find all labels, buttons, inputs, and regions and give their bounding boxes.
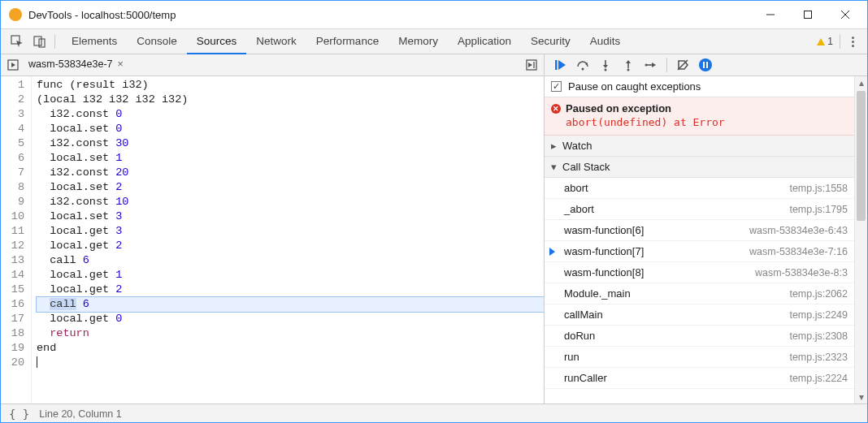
stack-frame[interactable]: wasm-function[6]wasm-53834e3e-6:43	[545, 220, 854, 241]
devtools-app-icon	[9, 8, 22, 21]
code-line[interactable]: local.set 1	[37, 151, 544, 166]
stack-frame-function: wasm-function[7]	[564, 245, 644, 257]
svg-rect-1	[805, 11, 812, 19]
panel-tab-audits[interactable]: Audits	[580, 28, 631, 54]
svg-rect-12	[555, 60, 558, 70]
resume-button[interactable]	[549, 55, 571, 75]
svg-marker-20	[626, 60, 631, 63]
exception-title: Paused on exception	[566, 102, 671, 114]
run-snippet-icon[interactable]	[523, 56, 540, 74]
deactivate-breakpoints-button[interactable]	[672, 55, 693, 75]
show-navigator-icon[interactable]	[4, 56, 22, 74]
code-line[interactable]: local.get 1	[37, 268, 544, 283]
stack-frame-location: temp.js:2323	[789, 352, 848, 363]
code-line[interactable]	[37, 356, 544, 370]
panel-tab-application[interactable]: Application	[448, 28, 521, 54]
code-line[interactable]: local.get 2	[37, 283, 544, 297]
stack-frame[interactable]: runCallertemp.js:2224	[545, 368, 854, 389]
code-line[interactable]: end	[37, 341, 544, 356]
devtools-main-toolbar: ElementsConsoleSourcesNetworkPerformance…	[1, 28, 867, 54]
step-out-button[interactable]	[618, 55, 639, 75]
scroll-up-icon[interactable]: ▴	[855, 76, 867, 89]
stack-frame-location: temp.js:2062	[789, 288, 848, 300]
window-minimize-button[interactable]	[752, 2, 789, 27]
code-line[interactable]: call 6	[37, 297, 544, 312]
file-tab-strip: wasm-53834e3e-7 ×	[1, 54, 544, 76]
pause-on-caught-label: Pause on caught exceptions	[568, 80, 701, 93]
callstack-section-header[interactable]: ▾ Call Stack	[545, 157, 854, 178]
step-into-button[interactable]	[595, 55, 616, 75]
code-line[interactable]: i32.const 0	[37, 107, 544, 122]
code-area[interactable]: func (result i32)(local i32 i32 i32 i32)…	[32, 76, 544, 404]
scrollbar-thumb[interactable]	[857, 91, 866, 221]
error-icon: ✕	[551, 104, 561, 114]
window-close-button[interactable]	[827, 2, 864, 27]
inspect-element-icon[interactable]	[6, 30, 28, 53]
pause-on-caught-row[interactable]: Pause on caught exceptions	[545, 76, 854, 97]
panel-tab-performance[interactable]: Performance	[306, 28, 388, 54]
code-editor[interactable]: 1234567891011121314151617181920 func (re…	[1, 76, 544, 404]
panel-tab-security[interactable]: Security	[521, 28, 580, 54]
toolbar-divider	[54, 34, 55, 49]
code-line[interactable]: local.get 3	[37, 224, 544, 239]
status-bar: { } Line 20, Column 1	[1, 404, 867, 423]
watch-section-header[interactable]: ▸ Watch	[545, 136, 854, 157]
code-line[interactable]: i32.const 20	[37, 166, 544, 180]
svg-marker-8	[11, 63, 15, 67]
panel-tab-console[interactable]: Console	[127, 28, 187, 54]
panel-tab-memory[interactable]: Memory	[388, 28, 448, 54]
svg-point-21	[627, 69, 630, 71]
panel-tabs: ElementsConsoleSourcesNetworkPerformance…	[62, 28, 817, 54]
stack-frame[interactable]: Module._maintemp.js:2062	[545, 283, 854, 304]
stack-frame-location: wasm-53834e3e-8:3	[755, 267, 848, 278]
code-line[interactable]: local.set 2	[37, 180, 544, 195]
code-line[interactable]: return	[37, 326, 544, 341]
code-line[interactable]: local.get 2	[37, 239, 544, 253]
stack-frame-function: wasm-function[6]	[564, 224, 644, 236]
sidebar-scrollbar[interactable]: ▴ ▾	[854, 76, 867, 404]
stack-frame[interactable]: aborttemp.js:1558	[545, 178, 854, 199]
checkbox-checked-icon[interactable]	[551, 81, 562, 92]
code-line[interactable]: local.set 0	[37, 122, 544, 136]
paused-exception-banner: ✕ Paused on exception abort(undefined) a…	[545, 97, 854, 136]
code-line[interactable]: local.get 0	[37, 312, 544, 326]
file-tab-name: wasm-53834e3e-7	[28, 58, 113, 70]
stack-frame[interactable]: doRuntemp.js:2308	[545, 326, 854, 347]
stack-frame[interactable]: runtemp.js:2323	[545, 347, 854, 368]
svg-marker-23	[652, 63, 656, 67]
code-line[interactable]: i32.const 30	[37, 136, 544, 151]
window-maximize-button[interactable]	[789, 2, 827, 27]
pretty-print-icon[interactable]: { }	[9, 408, 29, 421]
svg-point-18	[605, 69, 607, 71]
stack-frame[interactable]: wasm-function[8]wasm-53834e3e-8:3	[545, 262, 854, 283]
stack-frame-location: temp.js:2308	[789, 330, 848, 342]
code-line[interactable]: i32.const 10	[37, 195, 544, 209]
stack-frame-location: temp.js:1795	[789, 204, 848, 215]
pause-on-exceptions-button[interactable]	[695, 55, 716, 75]
stack-frame-location: temp.js:2224	[789, 373, 848, 384]
panel-tab-network[interactable]: Network	[246, 28, 306, 54]
code-line[interactable]: local.set 3	[37, 209, 544, 224]
file-tab[interactable]: wasm-53834e3e-7 ×	[22, 54, 130, 76]
svg-marker-11	[528, 63, 532, 67]
stack-frame[interactable]: wasm-function[7]wasm-53834e3e-7:16	[545, 241, 854, 262]
stack-frame[interactable]: _aborttemp.js:1795	[545, 199, 854, 220]
close-tab-icon[interactable]: ×	[118, 58, 124, 70]
sources-editor-pane: wasm-53834e3e-7 × 1234567891011121314151…	[1, 54, 545, 404]
panel-tab-sources[interactable]: Sources	[187, 28, 247, 54]
code-line[interactable]: func (result i32)	[37, 78, 544, 93]
scroll-down-icon[interactable]: ▾	[855, 391, 867, 404]
step-button[interactable]	[640, 55, 662, 75]
step-over-button[interactable]	[572, 55, 593, 75]
debugger-toolbar	[545, 54, 867, 76]
stack-frame[interactable]: callMaintemp.js:2249	[545, 304, 854, 326]
stack-frame-function: run	[564, 351, 579, 363]
callstack-label: Call Stack	[562, 161, 610, 173]
code-line[interactable]: call 6	[37, 253, 544, 268]
warnings-badge[interactable]: 1	[817, 36, 833, 47]
device-toggle-icon[interactable]	[28, 30, 51, 53]
svg-marker-13	[558, 60, 566, 70]
panel-tab-elements[interactable]: Elements	[62, 28, 127, 54]
more-menu-button[interactable]	[844, 37, 862, 47]
code-line[interactable]: (local i32 i32 i32 i32)	[37, 93, 544, 107]
